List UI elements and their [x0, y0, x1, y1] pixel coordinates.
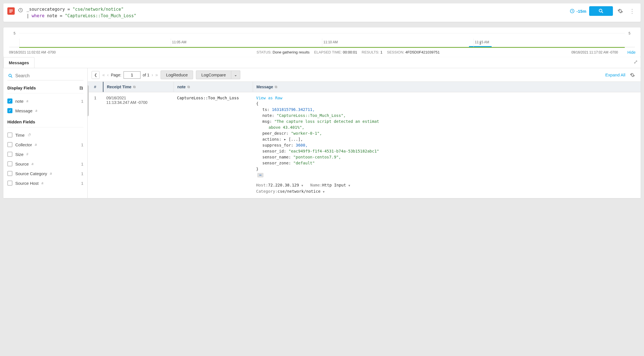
checkbox-icon[interactable] — [7, 132, 12, 138]
query-left — [7, 6, 23, 15]
fullscreen-icon[interactable]: ⤢ — [634, 59, 638, 65]
logreduce-button[interactable]: LogReduce — [161, 70, 193, 79]
svg-rect-0 — [9, 10, 13, 10]
field-message[interactable]: ✓ Message a — [7, 106, 83, 115]
results-table: # Receipt Time⧉ note⧉ Message⧉ 1 09/16/2… — [88, 82, 641, 198]
field-size[interactable]: Size# — [7, 149, 83, 159]
timeline-start: 09/16/2021 11:02:02 AM -0700 — [9, 50, 56, 54]
field-source-category[interactable]: Source Categorya1 — [7, 169, 83, 178]
cell-note: CaptureLoss::Too_Much_Loss — [174, 96, 253, 195]
scroll-thumb[interactable] — [88, 85, 89, 116]
page-number-input[interactable] — [124, 71, 141, 79]
collapse-toggle[interactable]: − — [257, 173, 263, 177]
logs-badge-icon[interactable] — [7, 7, 15, 15]
more-menu-icon[interactable]: ⋮ — [628, 7, 637, 16]
chevron-down-icon[interactable]: ▼ — [348, 184, 350, 187]
save-fields-icon[interactable] — [79, 86, 83, 90]
hidden-fields-header: Hidden Fields — [7, 119, 83, 124]
svg-rect-1 — [9, 11, 13, 11]
app-root: _sourcecategory = "cse/network/notice" |… — [0, 0, 644, 201]
results-toolbar: ❮ « ‹ Page: of 1 › » LogReduce LogCompar… — [88, 68, 641, 82]
field-search-input[interactable] — [15, 73, 83, 78]
checkbox-icon[interactable] — [7, 161, 12, 166]
results-main: ❮ « ‹ Page: of 1 › » LogReduce LogCompar… — [88, 68, 641, 198]
copy-icon[interactable]: ⧉ — [275, 85, 277, 89]
field-collector[interactable]: Collectora1 — [7, 140, 83, 149]
timeline-end: 09/16/2021 11:17:02 AM -0700 — [571, 50, 618, 54]
search-button[interactable] — [589, 6, 613, 16]
table-settings-icon[interactable] — [628, 71, 637, 79]
y-tick-left: 5 — [14, 31, 16, 35]
field-search[interactable] — [7, 72, 83, 80]
logcompare-button[interactable]: LogCompare — [196, 70, 231, 79]
recent-queries-icon[interactable] — [18, 7, 23, 13]
query-bar: _sourcecategory = "cse/network/notice" |… — [3, 3, 641, 22]
page-next-icon[interactable]: › — [152, 72, 153, 78]
time-range-selector[interactable]: -15m — [570, 8, 586, 14]
svg-rect-2 — [9, 12, 12, 12]
timeline-footer: 09/16/2021 11:02:02 AM -0700 STATUS: Don… — [9, 47, 635, 57]
collapse-sidebar-button[interactable]: ❮ — [92, 71, 100, 79]
view-as-raw-link[interactable]: View as Raw — [256, 96, 282, 100]
timeline-panel: 5 5 1 11:05 AM 11:10 AM 11:15 AM 09/16/2… — [3, 27, 641, 57]
checkbox-icon[interactable] — [7, 171, 12, 176]
message-meta: Host:72.220.38.129 ▼ Name:Http Input ▼ C… — [256, 182, 637, 195]
cell-receipt-time: 09/16/2021 11:13:34.247 AM -0700 — [103, 96, 174, 195]
svg-point-6 — [9, 74, 11, 77]
page-first-icon[interactable]: « — [102, 72, 105, 78]
query-input[interactable]: _sourcecategory = "cse/network/notice" |… — [27, 6, 566, 19]
results-panel: Messages ⤢ Display Fields ✓ — [3, 57, 641, 198]
field-source-host[interactable]: Source Hosta1 — [7, 178, 83, 188]
checkbox-checked-icon[interactable]: ✓ — [7, 98, 12, 104]
col-receipt-time[interactable]: Receipt Time⧉ — [103, 82, 174, 92]
logcompare-dropdown[interactable]: ⌄ — [231, 70, 240, 79]
fields-sidebar: Display Fields ✓ note a 1 ✓ Message a — [3, 68, 88, 198]
checkbox-icon[interactable] — [7, 142, 12, 147]
pager: « ‹ Page: of 1 › » — [102, 71, 158, 79]
tab-messages[interactable]: Messages — [3, 57, 34, 68]
display-fields-header: Display Fields — [7, 85, 83, 90]
col-note[interactable]: note⧉ — [174, 82, 253, 92]
chevron-down-icon[interactable]: ▼ — [301, 184, 303, 187]
col-index[interactable]: # — [88, 82, 103, 92]
page-prev-icon[interactable]: ‹ — [107, 72, 109, 78]
hide-timeline-link[interactable]: Hide — [627, 50, 636, 55]
cell-message: View as Raw { ts: 1631815796.342711, not… — [253, 96, 641, 195]
checkbox-icon[interactable] — [7, 181, 12, 186]
query-actions: -15m ⋮ — [570, 6, 637, 16]
timeline-chart[interactable]: 5 5 1 11:05 AM 11:10 AM 11:15 AM — [9, 33, 635, 47]
table-row[interactable]: 1 09/16/2021 11:13:34.247 AM -0700 Captu… — [88, 92, 641, 198]
field-source[interactable]: Sourcea1 — [7, 159, 83, 169]
settings-icon[interactable] — [616, 7, 625, 15]
field-note[interactable]: ✓ note a 1 — [7, 96, 83, 106]
expand-all-link[interactable]: Expand All — [605, 72, 625, 77]
copy-icon[interactable]: ⧉ — [187, 85, 190, 89]
chevron-down-icon[interactable]: ▼ — [323, 190, 325, 193]
table-header: # Receipt Time⧉ note⧉ Message⧉ — [88, 82, 641, 92]
copy-icon[interactable]: ⧉ — [133, 85, 136, 89]
svg-point-5 — [599, 9, 602, 12]
page-last-icon[interactable]: » — [155, 72, 158, 78]
col-message[interactable]: Message⧉ — [253, 82, 641, 92]
field-time[interactable]: Time⏱ — [7, 130, 83, 140]
y-tick-right: 5 — [628, 31, 630, 35]
checkbox-icon[interactable] — [7, 152, 12, 157]
checkbox-checked-icon[interactable]: ✓ — [7, 108, 12, 113]
json-body: { ts: 1631815796.342711, note: "CaptureL… — [256, 101, 637, 178]
